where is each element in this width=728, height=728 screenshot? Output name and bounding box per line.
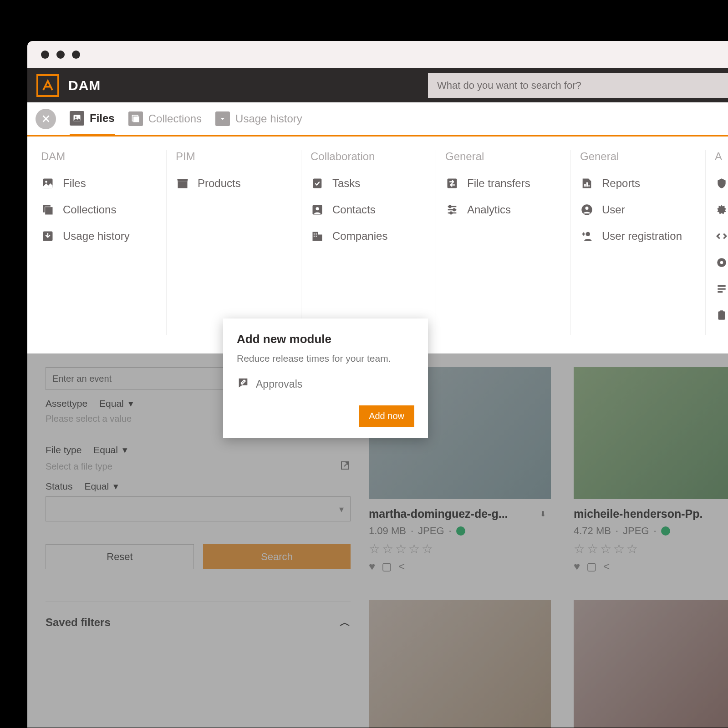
status-dot xyxy=(661,526,670,536)
asset-title: martha-dominguez-de-g... xyxy=(369,507,535,521)
chevron-down-icon[interactable]: ▾ xyxy=(122,445,127,455)
heart-icon[interactable]: ♥ xyxy=(574,560,580,573)
popup-title: Add new module xyxy=(237,332,414,346)
tab-usage-history[interactable]: Usage history xyxy=(215,102,302,135)
menu-column-header: Collaboration xyxy=(311,150,427,163)
svg-point-21 xyxy=(450,212,452,214)
menu-item-extra[interactable] xyxy=(715,256,728,269)
image-icon xyxy=(41,177,55,190)
menu-column-header: General xyxy=(445,150,561,163)
menu-item-user[interactable]: User xyxy=(580,203,696,217)
svg-rect-6 xyxy=(45,207,52,214)
svg-rect-22 xyxy=(584,184,586,187)
heart-icon[interactable]: ♥ xyxy=(369,560,375,573)
chevron-down-icon[interactable]: ▾ xyxy=(113,481,118,492)
filetype-value[interactable]: Select a file type xyxy=(46,460,351,473)
rating-stars[interactable]: ☆☆☆☆☆ xyxy=(574,541,728,556)
download-icon xyxy=(215,111,230,126)
tab-collections[interactable]: Collections xyxy=(128,102,202,135)
menu-item-extra[interactable] xyxy=(715,177,728,190)
collection-icon[interactable]: ▢ xyxy=(586,560,597,573)
sliders-icon xyxy=(445,203,459,217)
list-icon xyxy=(715,282,728,296)
window-control-dot[interactable] xyxy=(41,51,49,59)
tab-label: Collections xyxy=(148,112,202,125)
menu-column-pim: PIM Products xyxy=(176,150,301,335)
app-logo[interactable] xyxy=(36,74,59,97)
menu-item-label: Products xyxy=(198,177,241,190)
collections-icon xyxy=(41,203,55,217)
search-button[interactable]: Search xyxy=(203,544,351,569)
asset-card[interactable]: micheile-henderson-Pp. 4.72 MB · JPEG · … xyxy=(574,367,728,728)
open-external-icon[interactable] xyxy=(340,460,351,473)
approvals-icon xyxy=(237,376,249,392)
svg-rect-9 xyxy=(313,179,322,188)
asset-thumbnail[interactable] xyxy=(574,367,728,499)
share-icon[interactable]: < xyxy=(603,560,610,573)
menu-item-label: Tasks xyxy=(332,177,360,190)
tab-bar: Files Collections Usage history xyxy=(27,102,728,136)
chevron-down-icon: ▾ xyxy=(339,504,344,515)
menu-item-analytics[interactable]: Analytics xyxy=(445,203,561,217)
menu-item-extra[interactable] xyxy=(715,282,728,296)
menu-item-user-registration[interactable]: User registration xyxy=(580,229,696,243)
menu-item-usage-history[interactable]: Usage history xyxy=(41,229,157,243)
tab-files[interactable]: Files xyxy=(70,103,115,136)
svg-rect-31 xyxy=(718,311,725,319)
menu-item-tasks[interactable]: Tasks xyxy=(311,177,427,190)
close-menu-button[interactable] xyxy=(36,109,56,129)
menu-column-dam: DAM Files Collections Usage history xyxy=(41,150,167,335)
svg-rect-13 xyxy=(318,235,322,241)
chevron-up-icon: ︿ xyxy=(340,615,351,630)
status-select[interactable]: ▾ xyxy=(46,496,351,521)
popup-item-label: Approvals xyxy=(256,378,302,390)
add-now-button[interactable]: Add now xyxy=(359,405,414,427)
menu-column-header: A xyxy=(715,150,728,163)
menu-item-extra[interactable] xyxy=(715,308,728,322)
image-icon xyxy=(70,111,84,126)
window-control-dot[interactable] xyxy=(72,51,80,59)
svg-rect-17 xyxy=(316,236,317,237)
filter-label-filetype: File type Equal ▾ xyxy=(46,445,351,455)
menu-column-collaboration: Collaboration Tasks Contacts Companies xyxy=(311,150,436,335)
window-control-dot[interactable] xyxy=(56,51,65,59)
search-input[interactable]: What do you want to search for? xyxy=(428,73,728,98)
menu-item-extra[interactable] xyxy=(715,203,728,217)
menu-item-products[interactable]: Products xyxy=(176,177,292,190)
collection-icon[interactable]: ▢ xyxy=(382,560,392,573)
rating-stars[interactable]: ☆☆☆☆☆ xyxy=(369,541,551,556)
svg-point-30 xyxy=(720,261,723,264)
asset-thumbnail[interactable] xyxy=(369,600,551,728)
menu-column-header: DAM xyxy=(41,150,157,163)
menu-item-contacts[interactable]: Contacts xyxy=(311,203,427,217)
menu-item-collections[interactable]: Collections xyxy=(41,203,157,217)
menu-item-files[interactable]: Files xyxy=(41,177,157,190)
popup-item-approvals[interactable]: Approvals xyxy=(237,376,414,392)
status-dot xyxy=(456,526,465,536)
menu-item-label: User xyxy=(602,203,625,216)
svg-rect-15 xyxy=(316,233,317,234)
collections-icon xyxy=(128,111,143,126)
menu-column-general-2: General Reports User User registration xyxy=(580,150,706,335)
filter-label-status: Status Equal ▾ xyxy=(46,481,351,492)
download-icon xyxy=(41,229,55,243)
share-icon[interactable]: < xyxy=(398,560,405,573)
menu-item-label: User registration xyxy=(602,230,682,243)
menu-item-file-transfers[interactable]: File transfers xyxy=(445,177,561,190)
svg-point-1 xyxy=(75,116,76,118)
saved-filters-section[interactable]: Saved filters ︿ xyxy=(46,601,351,630)
svg-rect-12 xyxy=(313,232,318,241)
clipboard-check-icon xyxy=(311,177,324,190)
asset-thumbnail[interactable] xyxy=(574,600,728,728)
chevron-down-icon[interactable]: ▾ xyxy=(128,398,133,409)
menu-item-companies[interactable]: Companies xyxy=(311,229,427,243)
user-plus-icon xyxy=(580,229,594,243)
svg-rect-32 xyxy=(720,310,723,312)
download-icon[interactable]: ⬇ xyxy=(540,510,551,518)
reset-button[interactable]: Reset xyxy=(46,544,194,569)
svg-rect-16 xyxy=(314,236,315,237)
tab-label: Files xyxy=(90,112,115,125)
menu-column-general-1: General File transfers Analytics xyxy=(445,150,571,335)
menu-item-reports[interactable]: Reports xyxy=(580,177,696,190)
menu-item-extra[interactable] xyxy=(715,229,728,243)
